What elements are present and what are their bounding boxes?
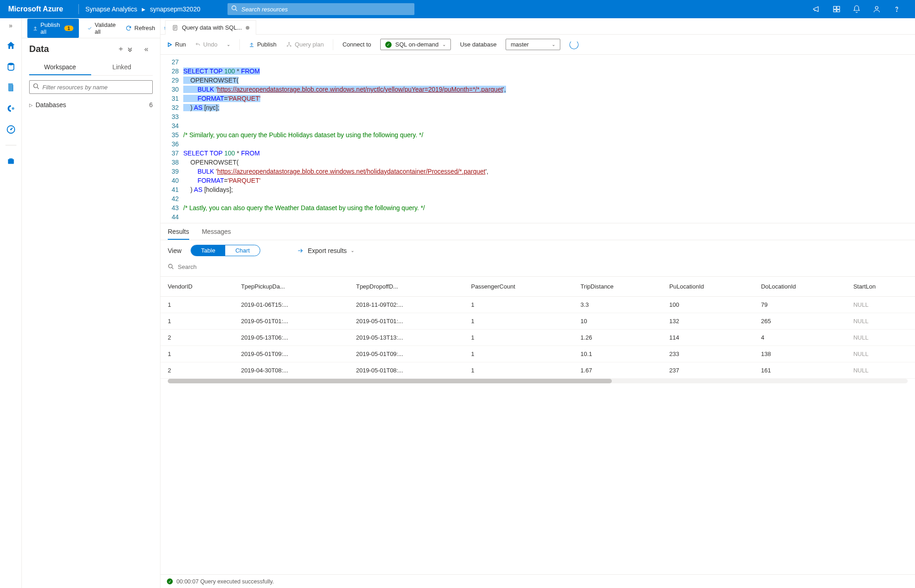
rail-home-icon[interactable]: [5, 39, 17, 52]
query-plan-label: Query plan: [295, 41, 324, 48]
breadcrumb-workspace[interactable]: synapsepm32020: [150, 5, 201, 13]
table-cell: 1: [464, 346, 573, 362]
publish-all-button[interactable]: Publish all 1: [27, 19, 79, 38]
svg-point-10: [11, 107, 14, 110]
table-row[interactable]: 22019-05-13T06:...2019-05-13T13:...11.26…: [160, 330, 915, 346]
horizontal-scrollbar[interactable]: [168, 379, 908, 383]
svg-point-8: [8, 63, 14, 66]
more-icon[interactable]: [127, 46, 140, 52]
database-select[interactable]: master ⌄: [506, 39, 560, 50]
sql-editor[interactable]: 27282930313233343536373839404142434445 S…: [160, 55, 915, 223]
connect-to-select[interactable]: ✓ SQL on-demand ⌄: [380, 39, 451, 50]
refresh-button[interactable]: Refresh: [125, 25, 155, 31]
publish-badge: 1: [64, 26, 73, 31]
top-bar: Microsoft Azure Synapse Analytics ▶ syna…: [0, 0, 915, 18]
view-label: View: [168, 247, 181, 254]
tab-messages[interactable]: Messages: [202, 228, 231, 240]
panel-title: Data: [29, 44, 114, 54]
svg-point-22: [290, 45, 291, 46]
tab-workspace[interactable]: Workspace: [29, 60, 91, 75]
seg-table[interactable]: Table: [191, 245, 225, 256]
chevron-down-icon[interactable]: ⌄: [227, 42, 230, 47]
code-area[interactable]: SELECT TOP 100 * FROM OPENROWSET( BULK '…: [183, 55, 915, 223]
svg-line-1: [236, 10, 238, 11]
refresh-icon[interactable]: [569, 40, 579, 49]
table-body: 12019-01-06T15:...2018-11-09T02:...13.31…: [160, 297, 915, 379]
table-row[interactable]: 22019-04-30T08:...2019-05-01T08:...11.67…: [160, 362, 915, 379]
column-header[interactable]: VendorID: [160, 277, 234, 297]
rail-develop-icon[interactable]: [5, 81, 17, 94]
tab-linked[interactable]: Linked: [91, 60, 153, 75]
scrollbar-thumb[interactable]: [168, 379, 612, 383]
file-tab[interactable]: Query data with SQL...: [165, 20, 256, 35]
table-cell: 2019-05-13T06:...: [234, 330, 349, 346]
tree-count: 6: [149, 101, 153, 108]
column-header[interactable]: TpepPickupDa...: [234, 277, 349, 297]
svg-line-24: [172, 268, 173, 269]
breadcrumb-service[interactable]: Synapse Analytics: [85, 5, 137, 13]
export-results-button[interactable]: Export results ⌄: [297, 247, 354, 254]
chevron-down-icon: ⌄: [351, 248, 354, 253]
unsaved-dot-icon: [246, 26, 249, 30]
nav-rail: »: [0, 18, 22, 588]
column-header[interactable]: TpepDropoffD...: [349, 277, 464, 297]
rail-monitor-icon[interactable]: [5, 123, 17, 136]
svg-point-7: [896, 11, 897, 11]
script-icon: [172, 25, 178, 31]
seg-chart[interactable]: Chart: [225, 245, 260, 256]
column-header[interactable]: PassengerCount: [464, 277, 573, 297]
help-icon[interactable]: [887, 0, 907, 18]
column-header[interactable]: TripDistance: [573, 277, 662, 297]
table-cell: 10: [573, 313, 662, 330]
table-cell: 1: [464, 362, 573, 379]
results-toolbar: View Table Chart Export results ⌄: [160, 240, 915, 261]
filter-icon: [33, 83, 39, 89]
table-cell: 10.1: [573, 346, 662, 362]
svg-line-15: [37, 88, 39, 89]
table-cell: 2019-05-01T08:...: [349, 362, 464, 379]
rail-data-icon[interactable]: [5, 60, 17, 73]
table-row[interactable]: 12019-01-06T15:...2018-11-09T02:...13.31…: [160, 297, 915, 313]
feedback-icon[interactable]: [827, 0, 847, 18]
filter-input[interactable]: [29, 80, 153, 94]
validate-all-button[interactable]: Validate all: [87, 21, 117, 35]
collapse-icon[interactable]: «: [140, 45, 153, 53]
table-cell: 1: [464, 330, 573, 346]
table-cell: 1.67: [573, 362, 662, 379]
column-header[interactable]: PuLocationId: [662, 277, 754, 297]
tree-databases[interactable]: ▷ Databases 6: [29, 98, 153, 111]
view-segmented: Table Chart: [191, 245, 260, 256]
table-cell: NULL: [846, 330, 915, 346]
table-row[interactable]: 12019-05-01T01:...2019-05-01T01:...11013…: [160, 313, 915, 330]
table-row[interactable]: 12019-05-01T09:...2019-05-01T09:...110.1…: [160, 346, 915, 362]
announce-icon[interactable]: [806, 0, 827, 18]
column-header[interactable]: StartLon: [846, 277, 915, 297]
table-cell: NULL: [846, 362, 915, 379]
account-icon[interactable]: [867, 0, 887, 18]
column-header[interactable]: DoLocationId: [754, 277, 846, 297]
notifications-icon[interactable]: [847, 0, 867, 18]
svg-point-6: [875, 6, 878, 9]
publish-button[interactable]: Publish: [249, 41, 277, 48]
undo-button[interactable]: Undo: [195, 41, 217, 48]
rail-integrate-icon[interactable]: [5, 102, 17, 115]
results-table: VendorIDTpepPickupDa...TpepDropoffD...Pa…: [160, 277, 915, 379]
results-grid[interactable]: VendorIDTpepPickupDa...TpepDropoffD...Pa…: [160, 277, 915, 574]
refresh-label: Refresh: [134, 25, 155, 31]
results-search-input[interactable]: [168, 261, 908, 273]
rail-collapse-icon[interactable]: »: [9, 22, 13, 29]
results-search-wrap: [160, 261, 915, 277]
table-cell: 100: [662, 297, 754, 313]
chevron-down-icon: ⌄: [552, 42, 555, 47]
table-cell: 138: [754, 346, 846, 362]
query-plan-button[interactable]: Query plan: [286, 41, 324, 48]
tab-results[interactable]: Results: [168, 228, 189, 240]
tree-label: Databases: [36, 101, 149, 108]
global-search-input[interactable]: [227, 3, 414, 15]
action-bar: Publish all 1 Validate all Refresh Disca…: [22, 18, 160, 38]
rail-manage-icon[interactable]: [5, 155, 17, 167]
table-cell: 2: [160, 330, 234, 346]
run-button[interactable]: Run: [167, 41, 186, 48]
file-tab-bar: Query data with SQL...: [160, 18, 915, 35]
add-icon[interactable]: ＋: [114, 44, 127, 54]
